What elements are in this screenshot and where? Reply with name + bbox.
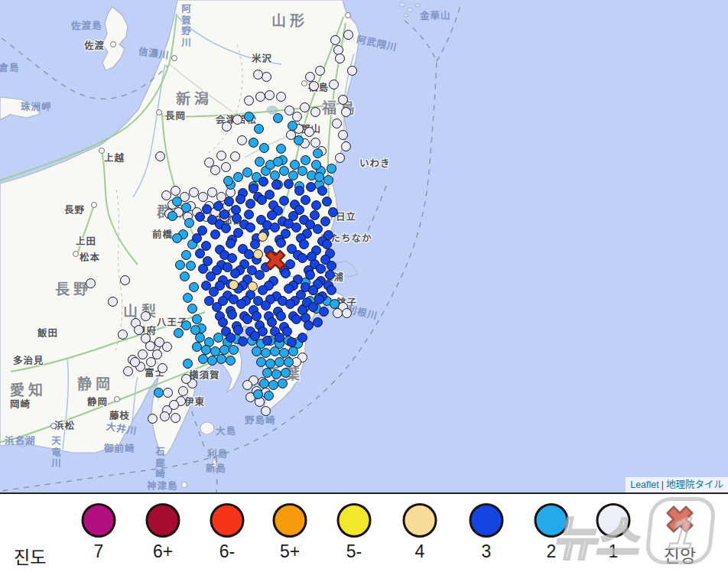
intensity-3-marker — [226, 239, 236, 249]
intensity-3-marker — [301, 195, 310, 205]
map-label: 金華山 — [420, 8, 451, 22]
intensity-2-marker — [288, 346, 298, 356]
intensity-2-marker — [262, 368, 272, 378]
legend-scale-label: 진도 — [14, 543, 46, 569]
intensity-3-marker — [313, 317, 323, 327]
legend-label: 6- — [219, 541, 235, 562]
intensity-3-marker — [319, 307, 329, 317]
map-label: 岡崎 — [10, 396, 31, 411]
intensity-1-marker — [221, 162, 231, 172]
intensity-3-marker — [327, 261, 336, 271]
intensity-2-marker — [255, 157, 265, 167]
intensity-2-marker — [154, 388, 164, 398]
intensity-3-marker — [284, 179, 294, 189]
map-label: 舳倉島 — [0, 60, 20, 74]
map-label: 野島崎 — [245, 412, 276, 427]
intensity-2-marker — [219, 345, 229, 355]
intensity-2-marker — [279, 166, 289, 176]
intensity-3-marker — [257, 195, 267, 205]
intensity-1-marker — [163, 388, 173, 398]
city-dot — [114, 396, 120, 402]
intensity-3-marker — [250, 331, 260, 341]
intensity-3-marker — [227, 310, 237, 320]
intensity-2-marker — [270, 171, 280, 180]
intensity-3-marker — [227, 253, 237, 263]
intensity-1-marker — [335, 54, 345, 63]
intensity-1-marker — [330, 35, 340, 45]
intensity-2-marker — [284, 357, 294, 367]
intensity-1-marker — [178, 386, 188, 396]
legend-label: 6+ — [153, 541, 173, 562]
gsi-tiles-link[interactable]: 地理院タイル — [666, 479, 723, 490]
city-dot — [171, 55, 177, 61]
intensity-2-marker — [244, 112, 254, 122]
intensity-1-marker — [315, 66, 325, 76]
intensity-2-marker — [314, 172, 324, 182]
intensity-3-marker — [226, 333, 236, 343]
map-label: 長岡 — [165, 108, 186, 122]
intensity-3-marker — [213, 201, 223, 211]
intensity-1-marker — [304, 127, 314, 137]
intensity-1-marker — [171, 186, 180, 196]
intensity-1-marker — [300, 102, 310, 112]
intensity-1-marker — [158, 363, 167, 373]
intensity-3-marker — [311, 200, 321, 210]
intensity-1-marker — [148, 414, 158, 424]
intensity-3-marker — [308, 302, 318, 312]
map-label: 前橋 — [152, 226, 173, 241]
intensity-2-marker — [271, 369, 281, 379]
intensity-3-marker — [218, 317, 228, 327]
intensity-3-marker — [244, 210, 254, 219]
intensity-3-marker — [221, 223, 231, 233]
intensity-1-marker — [155, 151, 165, 161]
intensity-2-marker — [172, 233, 182, 243]
intensity-1-marker — [338, 130, 348, 140]
intensity-1-marker — [86, 278, 96, 288]
intensity-1-marker — [341, 107, 351, 117]
intensity-2-marker — [226, 356, 236, 366]
map-label: 上越 — [104, 150, 125, 164]
map-label: 阿賀野川 — [178, 4, 193, 48]
map-label: いわき — [359, 155, 391, 170]
intensity-3-marker — [236, 194, 245, 204]
intensity-1-marker — [210, 165, 220, 175]
intensity-1-marker — [161, 190, 171, 200]
intensity-legend: 진도 76+6-5+5-4321진앙 — [0, 494, 728, 572]
intensity-2-marker — [172, 197, 182, 206]
legend-circle-5+ — [273, 503, 307, 538]
intensity-1-marker — [341, 141, 351, 151]
legend-label: 5- — [346, 541, 362, 562]
intensity-2-marker — [311, 160, 321, 170]
intensity-1-marker — [134, 325, 144, 335]
intensity-1-marker — [141, 311, 151, 321]
leaflet-link[interactable]: Leaflet — [630, 479, 659, 490]
intensity-1-marker — [261, 406, 271, 416]
intensity-1-marker — [265, 90, 275, 100]
intensity-2-marker — [301, 155, 310, 165]
intensity-2-marker — [259, 143, 269, 153]
intensity-3-marker — [306, 182, 316, 192]
intensity-4-marker — [258, 232, 268, 242]
map-label: 佐渡島 — [71, 18, 102, 32]
intensity-1-marker — [120, 275, 130, 285]
intensity-2-marker — [181, 250, 191, 260]
intensity-3-marker — [242, 314, 252, 324]
intensity-2-marker — [270, 346, 280, 356]
leaflet-map[interactable]: 新潟福島長野山梨静岡愛知群馬山形千葉佐渡長岡上越米沢会津若松郡山福島いわき日立ひ… — [0, 0, 728, 494]
intensity-3-marker — [210, 229, 220, 239]
intensity-2-marker — [259, 379, 269, 388]
legend-label: 2 — [547, 541, 557, 562]
intensity-3-marker — [297, 333, 307, 343]
intensity-2-marker — [256, 357, 266, 367]
intensity-3-marker — [305, 270, 315, 280]
map-label: 新潟 — [176, 87, 213, 108]
map-label: 佐渡 — [84, 37, 105, 52]
intensity-1-marker — [338, 95, 348, 105]
intensity-3-marker — [297, 253, 307, 263]
intensity-1-marker — [108, 297, 118, 307]
intensity-3-marker — [238, 336, 248, 346]
intensity-2-marker — [183, 293, 193, 303]
legend-epicenter-x-icon — [661, 500, 699, 541]
intensity-2-marker — [264, 391, 274, 401]
legend-circle-3 — [470, 503, 504, 538]
